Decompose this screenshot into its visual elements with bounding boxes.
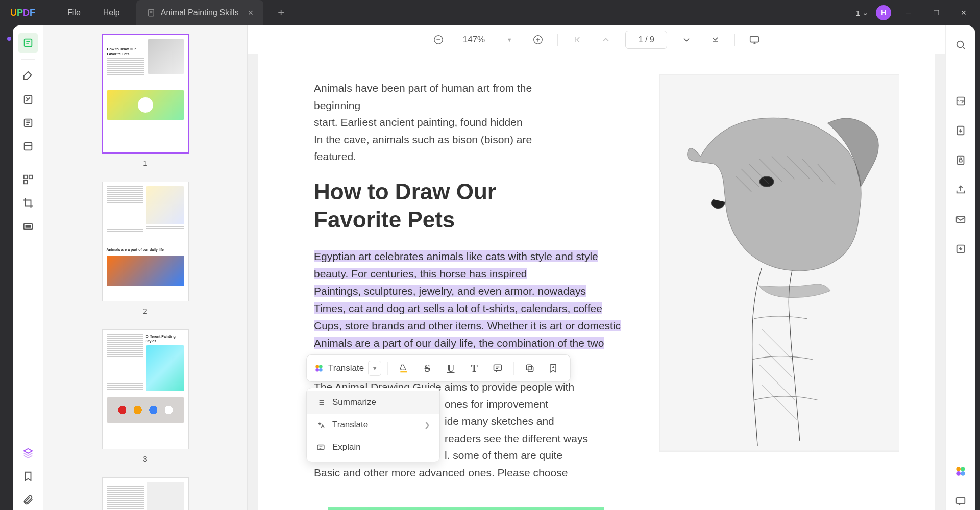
zoom-level: 147% [458, 35, 490, 45]
svg-rect-36 [317, 445, 324, 449]
svg-text:OCR: OCR [956, 99, 964, 104]
notification-badge[interactable]: 1 ⌄ [856, 8, 869, 17]
list-icon [316, 398, 325, 407]
svg-rect-5 [23, 175, 27, 178]
plant-image [328, 507, 604, 510]
svg-rect-21 [956, 217, 965, 223]
last-page-button[interactable] [706, 31, 724, 49]
left-toolbar [13, 26, 43, 510]
badge-count: 1 [856, 9, 860, 17]
bookmark-icon[interactable] [18, 466, 38, 487]
maximize-button[interactable]: ☐ [926, 3, 946, 23]
svg-rect-27 [956, 498, 965, 504]
zoom-in-button[interactable] [529, 31, 547, 49]
chat-icon[interactable] [951, 492, 970, 510]
zoom-out-button[interactable] [429, 31, 448, 49]
ai-dropdown-button[interactable]: ▼ [368, 361, 381, 376]
thumbnails-panel: How to Draw Our Favorite Pets 1 Animals … [43, 26, 248, 510]
chevron-down-icon: ⌄ [862, 8, 869, 17]
svg-rect-34 [528, 367, 533, 372]
first-page-button[interactable] [568, 31, 586, 49]
strikethrough-icon[interactable]: S [418, 359, 437, 377]
ai-icon [314, 363, 324, 373]
highlight-color-icon[interactable] [394, 359, 413, 377]
menu-file[interactable]: File [56, 8, 92, 17]
svg-rect-32 [401, 371, 407, 373]
protect-icon[interactable] [951, 151, 970, 169]
layers-icon[interactable] [18, 443, 38, 463]
organize-icon[interactable] [18, 169, 38, 190]
side-indicator [7, 37, 11, 41]
svg-point-15 [957, 41, 963, 48]
svg-point-28 [315, 365, 319, 368]
search-icon[interactable] [951, 36, 970, 54]
thumbnail-2[interactable]: Animals are a part of our daily life 2 [43, 182, 247, 315]
squiggly-icon[interactable]: T [464, 359, 484, 377]
translate-icon [316, 420, 325, 429]
comment-icon[interactable] [488, 359, 507, 377]
user-avatar[interactable]: H [876, 5, 891, 20]
email-icon[interactable] [951, 210, 970, 228]
svg-rect-4 [24, 143, 32, 150]
tab-title: Animal Painting Skills [161, 8, 239, 17]
svg-rect-20 [959, 160, 962, 162]
underline-icon[interactable]: U [441, 359, 460, 377]
thumbnail-1[interactable]: How to Draw Our Favorite Pets 1 [43, 34, 247, 167]
menu-explain[interactable]: Explain [307, 436, 439, 458]
presentation-button[interactable] [745, 31, 764, 49]
svg-point-29 [319, 365, 323, 368]
attachment-icon[interactable] [18, 490, 38, 510]
save-icon[interactable] [951, 240, 970, 258]
app-logo: UPDF [0, 8, 45, 18]
explain-icon [316, 443, 325, 452]
right-toolbar: OCR [945, 26, 975, 510]
highlighter-icon[interactable] [18, 66, 38, 86]
minimize-button[interactable]: ─ [898, 3, 919, 23]
menu-help[interactable]: Help [92, 8, 131, 17]
thumb-number: 1 [143, 159, 147, 167]
crop-icon[interactable] [18, 193, 38, 213]
document-toolbar: 147% ▼ 1 / 9 [248, 26, 945, 54]
bookmark-add-icon[interactable] [544, 359, 563, 377]
thumbnail-3[interactable]: Different Painting Styles 3 [43, 329, 247, 463]
menu-translate[interactable]: Translate ❯ [307, 414, 439, 436]
svg-rect-6 [29, 175, 32, 178]
thumb-number: 2 [143, 307, 147, 315]
reader-mode-icon[interactable] [18, 33, 38, 53]
svg-point-23 [956, 467, 961, 471]
dog-sketch-image [659, 74, 899, 452]
zoom-dropdown[interactable]: ▼ [500, 31, 519, 49]
edit-text-icon[interactable] [18, 113, 38, 133]
intro-text: Animals have been part of human art from… [314, 80, 559, 165]
convert-icon[interactable] [951, 121, 970, 140]
svg-rect-9 [26, 225, 30, 227]
thumb-number: 3 [143, 454, 147, 463]
menu-summarize[interactable]: Summarize [307, 391, 439, 414]
annotate-icon[interactable] [18, 89, 38, 110]
svg-rect-35 [527, 365, 532, 370]
svg-point-30 [315, 368, 319, 372]
ai-assistant-icon[interactable] [951, 462, 970, 480]
translate-button[interactable]: Translate [314, 363, 364, 373]
close-tab-icon[interactable]: × [248, 8, 254, 18]
svg-rect-7 [23, 181, 27, 184]
app-body: How to Draw Our Favorite Pets 1 Animals … [13, 26, 975, 510]
titlebar: UPDF File Help Animal Painting Skills × … [0, 0, 980, 26]
ai-dropdown-menu: Summarize Translate ❯ Explain [306, 388, 440, 462]
svg-point-31 [319, 368, 323, 372]
page-input[interactable]: 1 / 9 [625, 31, 667, 49]
next-page-button[interactable] [677, 31, 696, 49]
copy-icon[interactable] [520, 359, 540, 377]
svg-point-26 [961, 471, 965, 476]
thumbnail-4[interactable] [43, 477, 247, 510]
ocr-icon[interactable]: OCR [951, 92, 970, 110]
chevron-right-icon: ❯ [424, 421, 430, 429]
prev-page-button[interactable] [597, 31, 615, 49]
document-tab[interactable]: Animal Painting Skills × [136, 0, 263, 26]
form-icon[interactable] [18, 136, 38, 157]
close-button[interactable]: ✕ [953, 3, 974, 23]
new-tab-button[interactable]: + [273, 6, 289, 19]
document-icon [146, 8, 156, 17]
redact-icon[interactable] [18, 216, 38, 237]
share-icon[interactable] [951, 181, 970, 199]
